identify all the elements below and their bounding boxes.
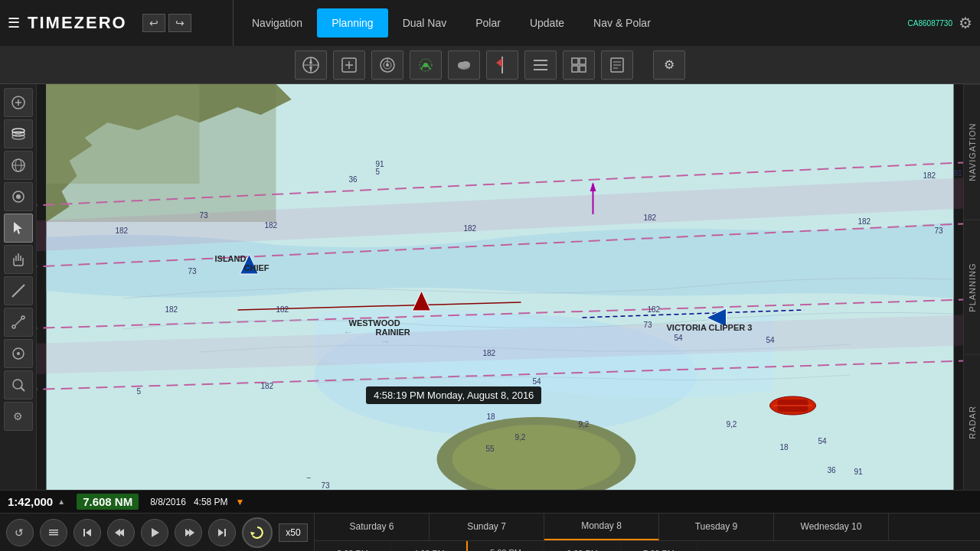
svg-text:9,2: 9,2 <box>515 433 526 442</box>
gear-small-btn[interactable]: ⚙ <box>4 402 33 431</box>
svg-marker-4 <box>309 67 312 72</box>
compass-rose-btn[interactable] <box>295 51 327 80</box>
svg-text:54: 54 <box>533 377 542 386</box>
settings-gear-icon[interactable]: ⚙ <box>959 14 972 32</box>
divider-tool-btn[interactable] <box>4 308 33 337</box>
ais-btn[interactable] <box>410 51 442 80</box>
list-objects-btn[interactable] <box>524 51 557 80</box>
svg-text:←: ← <box>344 327 353 337</box>
timeline-container: ↺ x50 <box>0 513 980 551</box>
svg-text:VICTORIA CLIPPER 3: VICTORIA CLIPPER 3 <box>667 323 753 332</box>
settings-btn[interactable]: ⚙ <box>653 51 685 80</box>
date-time-bar: 8/8/2016 4:58 PM ▼ <box>150 497 244 507</box>
day-saturday[interactable]: Saturday 6 <box>315 514 430 540</box>
tab-planning[interactable]: Planning <box>317 8 388 37</box>
cursor-tool-btn[interactable] <box>4 214 33 243</box>
tab-dual-nav[interactable]: Dual Nav <box>388 8 462 37</box>
prev-frame-btn[interactable] <box>107 519 135 546</box>
next-frame-btn[interactable] <box>175 519 202 546</box>
tab-navigation[interactable]: Navigation <box>237 8 317 37</box>
svg-text:182: 182 <box>644 214 657 222</box>
replay-mode-btn[interactable] <box>242 517 273 548</box>
svg-text:54: 54 <box>766 336 776 344</box>
svg-text:9,2: 9,2 <box>727 420 737 429</box>
chart-layers-btn[interactable] <box>4 119 33 148</box>
map-area[interactable]: ISLAND CHIEF WESTWOOD RAINIER VICTORIA C… <box>37 84 963 490</box>
time-dropdown-icon[interactable]: ▼ <box>236 497 245 507</box>
pan-tool-btn[interactable] <box>4 245 33 274</box>
notes-btn[interactable] <box>601 51 633 80</box>
satellite-btn[interactable] <box>4 182 33 211</box>
map-svg: ISLAND CHIEF WESTWOOD RAINIER VICTORIA C… <box>37 84 963 490</box>
svg-marker-126 <box>250 532 255 536</box>
distance-display: 7.608 NM <box>77 494 139 510</box>
svg-rect-125 <box>224 529 226 536</box>
svg-rect-23 <box>580 58 586 64</box>
tab-update[interactable]: Update <box>515 8 579 37</box>
hamburger-icon[interactable]: ☰ <box>8 15 20 31</box>
loop-back-btn[interactable]: ↺ <box>6 519 34 546</box>
weather-btn[interactable] <box>448 51 480 80</box>
svg-text:−: − <box>307 474 312 482</box>
svg-point-16 <box>461 61 470 67</box>
circle-tool-btn[interactable] <box>4 339 33 368</box>
svg-text:182: 182 <box>464 224 477 233</box>
menu-btn[interactable] <box>40 519 67 546</box>
ruler-tool-btn[interactable] <box>4 276 33 305</box>
scale-label: 1:42,000 <box>8 495 53 508</box>
tab-polar[interactable]: Polar <box>461 8 515 37</box>
svg-rect-114 <box>49 530 58 531</box>
play-btn[interactable] <box>141 519 168 546</box>
svg-rect-57 <box>47 84 200 184</box>
hour-6pm[interactable]: 6:00 PM <box>544 541 621 551</box>
day-tuesday[interactable]: Tuesday 9 <box>659 514 774 540</box>
svg-marker-121 <box>152 528 159 537</box>
top-bar: ☰ TIMEZERO ↩ ↪ Navigation Planning Dual … <box>0 0 980 46</box>
timeline-right: Saturday 6 Sunday 7 Monday 8 Tuesday 9 W… <box>314 514 980 551</box>
skip-to-end-btn[interactable] <box>208 519 236 546</box>
right-tab-radar[interactable]: RADAR <box>964 354 980 490</box>
svg-text:18: 18 <box>487 412 496 421</box>
svg-text:182: 182 <box>483 349 496 357</box>
svg-point-47 <box>21 316 24 319</box>
scale-triangle-icon: ▲ <box>57 497 65 506</box>
hour-7pm[interactable]: 7:00 PM <box>621 541 697 551</box>
edit-route-btn[interactable] <box>333 51 365 80</box>
redo-button[interactable]: ↪ <box>168 14 191 32</box>
svg-text:91: 91 <box>954 169 963 178</box>
day-wednesday[interactable]: Wednesday 10 <box>774 514 889 540</box>
hour-4pm[interactable]: 4:00 PM <box>391 541 468 551</box>
svg-text:18: 18 <box>780 443 789 452</box>
svg-rect-116 <box>49 534 58 536</box>
svg-rect-115 <box>49 532 58 533</box>
svg-text:182: 182 <box>165 305 178 314</box>
svg-text:9,2: 9,2 <box>579 420 590 429</box>
right-tab-navigation[interactable]: NAVIGATION <box>964 84 980 220</box>
svg-rect-21 <box>534 69 547 70</box>
speed-multiplier-btn[interactable]: x50 <box>279 523 307 542</box>
svg-text:182: 182 <box>265 221 278 230</box>
hour-5pm[interactable]: 5:00 PM <box>468 541 544 551</box>
svg-point-35 <box>12 129 24 133</box>
globe-view-btn[interactable] <box>4 151 33 180</box>
vessel-id-label: CA86087730 <box>908 19 952 28</box>
undo-button[interactable]: ↩ <box>142 14 165 32</box>
left-sidebar: ⚙ <box>0 84 37 490</box>
svg-text:WESTWOOD: WESTWOOD <box>349 318 400 328</box>
search-btn[interactable] <box>4 370 33 399</box>
svg-line-52 <box>21 387 24 391</box>
skip-to-start-btn[interactable] <box>74 519 101 546</box>
hour-3pm[interactable]: 3:00 PM <box>315 541 391 551</box>
mark-btn[interactable] <box>486 51 518 80</box>
tab-nav-polar[interactable]: Nav & Polar <box>579 8 665 37</box>
day-monday[interactable]: Monday 8 <box>544 514 659 540</box>
day-sunday[interactable]: Sunday 7 <box>430 514 544 540</box>
nav-tabs: Navigation Planning Dual Nav Polar Updat… <box>234 0 980 46</box>
svg-text:CHIEF: CHIEF <box>244 263 270 272</box>
right-tab-planning[interactable]: PLANNING <box>964 220 980 355</box>
radar-overlay-btn[interactable] <box>371 51 403 80</box>
grid-btn[interactable] <box>563 51 595 80</box>
undo-redo-group: ↩ ↪ <box>142 14 191 32</box>
zoom-control-btn[interactable] <box>4 88 33 117</box>
svg-rect-20 <box>534 64 547 66</box>
